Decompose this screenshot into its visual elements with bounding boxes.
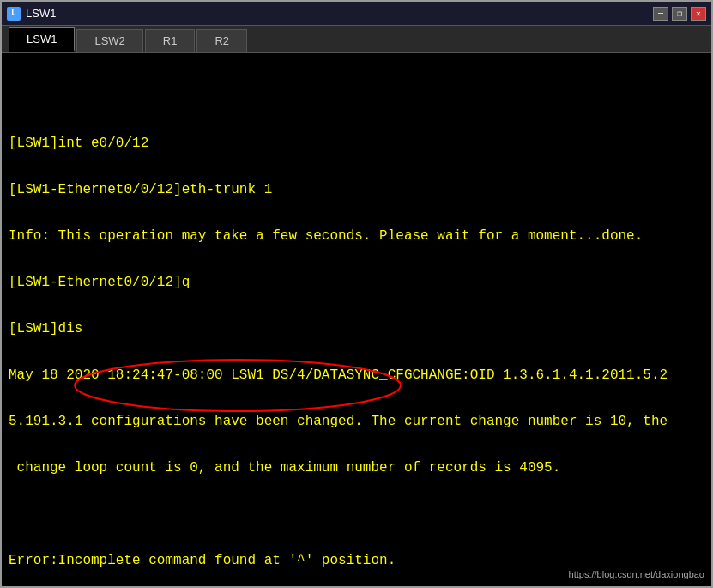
watermark: https://blog.csdn.net/daxiongbao [569, 569, 704, 579]
line-1 [9, 89, 704, 105]
title-bar-left: L LSW1 [7, 7, 56, 21]
title-bar: L LSW1 — ❐ ✕ [2, 2, 711, 26]
app-icon: L [7, 7, 21, 21]
window-title: LSW1 [26, 7, 56, 20]
close-button[interactable]: ✕ [691, 7, 706, 21]
tab-bar: LSW1 LSW2 R1 R2 [2, 26, 711, 53]
line-9: change loop count is 0, and the maximum … [9, 460, 704, 476]
minimize-button[interactable]: — [653, 7, 668, 21]
line-7: May 18 2020 18:24:47-08:00 LSW1 DS/4/DAT… [9, 367, 704, 383]
line-4: Info: This operation may take a few seco… [9, 228, 704, 244]
line-2: [LSW1]int e0/0/12 [9, 136, 704, 151]
tab-lsw2[interactable]: LSW2 [76, 29, 142, 52]
tab-lsw1[interactable]: LSW1 [9, 27, 75, 52]
terminal-wrapper: [LSW1]int e0/0/12 [LSW1-Ethernet0/0/12]e… [2, 53, 711, 586]
line-3: [LSW1-Ethernet0/0/12]eth-trunk 1 [9, 182, 704, 197]
line-6: [LSW1]dis [9, 321, 704, 336]
terminal-scroll[interactable]: [LSW1]int e0/0/12 [LSW1-Ethernet0/0/12]e… [2, 53, 711, 586]
restore-button[interactable]: ❐ [672, 7, 687, 21]
tab-r2[interactable]: R2 [196, 29, 247, 52]
main-window: L LSW1 — ❐ ✕ LSW1 LSW2 R1 R2 [LSW1]int e… [0, 0, 713, 588]
terminal-content: [LSW1]int e0/0/12 [LSW1-Ethernet0/0/12]e… [9, 58, 704, 586]
tab-r1[interactable]: R1 [145, 29, 196, 52]
line-11: Error:Incomplete command found at '^' po… [9, 553, 704, 568]
line-5: [LSW1-Ethernet0/0/12]q [9, 275, 704, 290]
title-controls: — ❐ ✕ [653, 7, 706, 21]
line-8: 5.191.3.1 configurations have been chang… [9, 414, 704, 429]
line-10 [9, 506, 704, 522]
